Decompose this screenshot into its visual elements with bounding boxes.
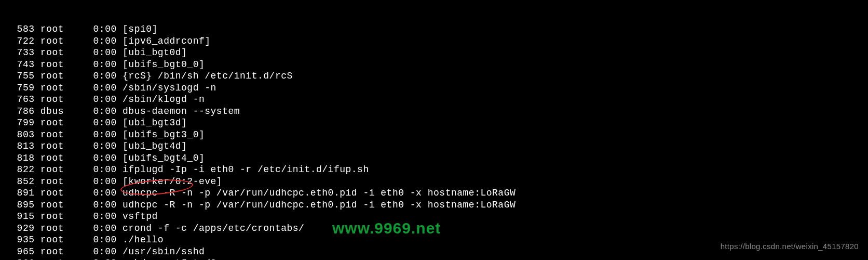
process-row: 733 root 0:00 [ubi_bgt0d] <box>5 47 868 59</box>
process-row: 822 root 0:00 ifplugd -Ip -i eth0 -r /et… <box>5 164 868 176</box>
process-row: 852 root 0:00 [kworker/0:2-eve] <box>5 176 868 188</box>
process-row: 799 root 0:00 [ubi_bgt3d] <box>5 117 868 129</box>
process-row: 763 root 0:00 /sbin/klogd -n <box>5 94 868 106</box>
process-row: 743 root 0:00 [ubifs_bgt0_0] <box>5 59 868 71</box>
process-row: 786 dbus 0:00 dbus-daemon --system <box>5 106 868 118</box>
process-row: 583 root 0:00 [spi0] <box>5 23 868 35</box>
process-row: 759 root 0:00 /sbin/syslogd -n <box>5 82 868 94</box>
process-row: 722 root 0:00 [ipv6_addrconf] <box>5 35 868 47</box>
process-row: 803 root 0:00 [ubifs_bgt3_0] <box>5 129 868 141</box>
process-row: 891 root 0:00 udhcpc -R -n -p /var/run/u… <box>5 187 868 199</box>
watermark-center: www.9969.net <box>332 218 441 238</box>
process-row: 895 root 0:00 udhcpc -R -n -p /var/run/u… <box>5 199 868 211</box>
process-row: 813 root 0:00 [ubi_bgt4d] <box>5 140 868 152</box>
process-row: 818 root 0:00 [ubifs_bgt4_0] <box>5 152 868 164</box>
process-row: 755 root 0:00 {rcS} /bin/sh /etc/init.d/… <box>5 70 868 82</box>
watermark-right: https://blog.csdn.net/weixin_45157820 <box>721 242 859 252</box>
process-row: 966 root 0:00 sshd: root@pts/0 <box>5 257 868 260</box>
